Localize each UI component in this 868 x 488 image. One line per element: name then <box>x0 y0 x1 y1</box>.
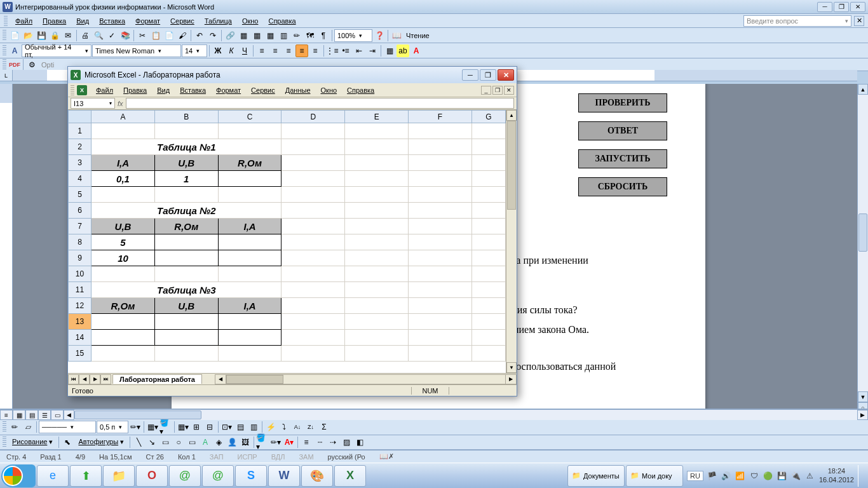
oval-icon[interactable]: ○ <box>172 436 185 449</box>
font-combo[interactable]: Times New Roman <box>92 44 181 57</box>
line-style-combo[interactable]: ───── <box>39 421 96 433</box>
undo-icon[interactable]: ↶ <box>193 29 206 42</box>
open-icon[interactable]: 📂 <box>22 29 34 42</box>
row-header[interactable]: 9 <box>69 250 92 266</box>
print-icon[interactable]: 🖨 <box>79 29 92 42</box>
tray-usb-icon[interactable]: 💾 <box>777 471 787 481</box>
tray-power-icon[interactable]: 🔌 <box>791 471 801 481</box>
t3-h2[interactable]: I,A <box>218 298 281 314</box>
taskbar-mydocs[interactable]: 📁 Мои доку <box>626 465 683 487</box>
taskbar-up-icon[interactable]: ⬆ <box>70 465 102 487</box>
mail-icon[interactable]: ✉ <box>62 29 74 42</box>
split-cells-icon[interactable]: ⊟ <box>203 421 216 433</box>
zoom-combo[interactable]: 100% <box>334 29 372 42</box>
drawing-icon[interactable]: ✏ <box>290 29 303 42</box>
draw-table-icon[interactable]: ✏ <box>8 421 21 433</box>
hscroll-left-icon[interactable]: ◀ <box>64 410 74 420</box>
row-header[interactable]: 10 <box>69 266 92 282</box>
t2-h2[interactable]: I,A <box>218 219 281 234</box>
shading-color-icon[interactable]: 🪣▾ <box>159 421 172 433</box>
scroll-up-icon[interactable]: ▲ <box>506 110 517 121</box>
redo-icon[interactable]: ↷ <box>207 29 219 42</box>
insert-table2-icon[interactable]: ▦▾ <box>177 421 189 433</box>
t2-r1c2[interactable] <box>218 250 281 266</box>
t2-r0c0[interactable]: 5 <box>92 234 155 250</box>
sort-asc-icon[interactable]: A↓ <box>291 421 304 433</box>
menu-tools[interactable]: Сервис <box>165 16 200 26</box>
tab-nav-first-icon[interactable]: ⏮ <box>68 374 79 384</box>
font-color-icon[interactable]: A <box>410 44 423 57</box>
col-header-f[interactable]: F <box>409 111 472 123</box>
tab-selector[interactable]: L <box>0 70 13 81</box>
save-icon[interactable]: 💾 <box>35 29 48 42</box>
italic-icon[interactable]: К <box>225 44 238 57</box>
menu-edit[interactable]: Правка <box>37 16 71 26</box>
vertical-ruler[interactable] <box>0 84 13 435</box>
row-header[interactable]: 15 <box>69 346 92 362</box>
picture-icon[interactable]: 🖼 <box>239 436 252 449</box>
tray-network-icon[interactable]: 📶 <box>735 471 745 481</box>
align-left-icon[interactable]: ≡ <box>255 44 268 57</box>
fx-icon[interactable]: fx <box>118 100 123 107</box>
window-close-button[interactable]: ✕ <box>850 2 865 12</box>
insert-table-icon[interactable]: ▦ <box>250 29 263 42</box>
window-restore-button[interactable]: ❐ <box>834 2 849 12</box>
diagram-icon[interactable]: ◈ <box>212 436 225 449</box>
gripper[interactable] <box>3 437 6 448</box>
reading-label[interactable]: Чтение <box>403 32 432 39</box>
excel-menu-tools[interactable]: Сервис <box>246 85 280 95</box>
decrease-indent-icon[interactable]: ⇤ <box>353 44 365 57</box>
col-header-e[interactable]: E <box>345 111 409 123</box>
excel-inner-close[interactable]: ✕ <box>504 86 514 95</box>
new-icon[interactable]: 📄 <box>8 29 21 42</box>
distribute-cols-icon[interactable]: ▥ <box>247 421 260 433</box>
tray-clock[interactable]: 18:24 16.04.2012 <box>819 467 854 484</box>
scroll-up-icon[interactable]: ▲ <box>858 84 868 95</box>
taskbar-explorer-icon[interactable]: 📁 <box>103 465 135 487</box>
row-header[interactable]: 7 <box>69 219 92 234</box>
excel-vertical-scrollbar[interactable]: ▲ ▼ <box>506 110 517 373</box>
rectangle-icon[interactable]: ▭ <box>159 436 172 449</box>
row-header[interactable]: 1 <box>69 123 92 139</box>
t1-h1[interactable]: U,B <box>154 155 218 171</box>
menu-file[interactable]: Файл <box>10 16 37 26</box>
excel-menu-file[interactable]: Файл <box>91 85 118 95</box>
t2-h1[interactable]: R,Ом <box>154 219 218 234</box>
line-weight-combo[interactable]: 0,5 п <box>97 421 128 433</box>
excel-hscroll[interactable]: ◀ ▶ <box>215 374 517 384</box>
row-header[interactable]: 2 <box>69 139 92 155</box>
excel-doc-icon[interactable]: X <box>77 85 87 95</box>
tray-volume-icon[interactable]: 🔊 <box>721 471 731 481</box>
tray-flag-icon[interactable]: 🏴 <box>707 471 717 481</box>
t1-title[interactable]: Таблица №1 <box>92 139 281 155</box>
excel-name-box[interactable]: I13 <box>71 98 115 109</box>
underline-icon[interactable]: Ч <box>238 44 251 57</box>
gripper[interactable] <box>3 30 6 41</box>
t2-r0c1[interactable] <box>154 234 218 250</box>
excel-menu-edit[interactable]: Правка <box>118 85 152 95</box>
excel-title-bar[interactable]: X Microsoft Excel - Лабораторная работа … <box>68 67 517 83</box>
gripper[interactable] <box>71 85 74 95</box>
hscroll-right-icon[interactable]: ▶ <box>857 410 868 420</box>
format-painter-icon[interactable]: 🖌 <box>176 29 189 42</box>
align-cells-icon[interactable]: ⊡▾ <box>220 421 233 433</box>
shadow-icon[interactable]: ▨ <box>340 436 353 449</box>
t2-title[interactable]: Таблица №2 <box>92 203 281 219</box>
taskbar-skype-icon[interactable]: S <box>235 465 267 487</box>
t1-r0c2[interactable] <box>218 171 281 187</box>
preview-icon[interactable]: 🔍 <box>92 29 105 42</box>
menu-format[interactable]: Формат <box>130 16 165 26</box>
excel-minimize-button[interactable]: ─ <box>462 69 478 81</box>
3d-icon[interactable]: ◧ <box>353 436 366 449</box>
dash-style-icon[interactable]: ┄ <box>313 436 326 449</box>
t1-h0[interactable]: I,A <box>92 155 155 171</box>
excel-menu-data[interactable]: Данные <box>280 85 316 95</box>
excel-inner-restore[interactable]: ❐ <box>492 86 503 95</box>
insert-excel-icon[interactable]: ▦ <box>264 29 276 42</box>
arrow-style-icon[interactable]: ⇢ <box>327 436 339 449</box>
permissions-icon[interactable]: 🔒 <box>48 29 61 42</box>
view-print-icon[interactable]: ▤ <box>25 410 38 420</box>
tab-nav-last-icon[interactable]: ⏭ <box>100 374 111 384</box>
t2-h0[interactable]: U,B <box>92 219 155 234</box>
taskbar-opera-icon[interactable]: O <box>136 465 168 487</box>
